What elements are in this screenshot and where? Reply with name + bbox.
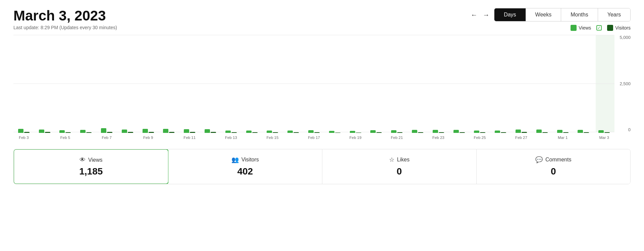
bar-visitors xyxy=(169,132,174,133)
views-legend-label: Views xyxy=(579,25,591,31)
bar-visitors xyxy=(376,132,382,133)
bar-visitors xyxy=(45,132,50,133)
bar-group xyxy=(55,35,76,133)
comments-icon: 💬 xyxy=(535,156,543,163)
bar-visitors xyxy=(584,132,589,133)
bar-visitors xyxy=(273,132,278,133)
bar-views xyxy=(516,130,521,133)
bar-views xyxy=(59,130,65,133)
x-label: Feb 13 xyxy=(221,133,241,142)
bar-visitors xyxy=(480,132,485,133)
y-label-2500: 2,500 xyxy=(620,81,631,86)
stat-header-likes: ☆ Likes xyxy=(389,156,410,163)
tab-weeks[interactable]: Weeks xyxy=(526,8,561,21)
views-value: 1,185 xyxy=(79,166,103,177)
tab-years[interactable]: Years xyxy=(598,8,630,21)
bar-views xyxy=(578,130,583,133)
bar-visitors xyxy=(604,132,610,133)
nav-arrows: ← → xyxy=(469,10,491,19)
x-label xyxy=(324,133,345,142)
bar-views xyxy=(557,130,562,133)
x-label xyxy=(573,133,594,142)
visitors-swatch xyxy=(607,25,613,31)
bar-views xyxy=(225,131,231,133)
bar-visitors xyxy=(522,132,527,133)
bar-visitors xyxy=(335,133,340,133)
bar-views xyxy=(122,130,127,133)
x-label xyxy=(407,133,428,142)
bar-views xyxy=(246,131,252,133)
visitors-checkbox[interactable] xyxy=(596,25,602,31)
bar-visitors xyxy=(356,133,361,133)
x-label: Feb 21 xyxy=(386,133,407,142)
bar-visitors xyxy=(107,132,112,133)
bar-views xyxy=(39,130,44,133)
bar-views xyxy=(453,130,459,133)
next-button[interactable]: → xyxy=(481,10,491,19)
tab-months[interactable]: Months xyxy=(561,8,598,21)
bar-views xyxy=(80,130,86,133)
x-label: Feb 25 xyxy=(470,133,490,142)
x-label: Feb 27 xyxy=(511,133,532,142)
x-label: Feb 19 xyxy=(345,133,366,142)
bar-group xyxy=(573,35,594,133)
x-label xyxy=(366,133,387,142)
stat-card-visitors[interactable]: 👥 Visitors 402 xyxy=(168,149,323,184)
last-update-text: Last update: 8:29 PM (Updates every 30 m… xyxy=(13,25,117,30)
stat-card-likes[interactable]: ☆ Likes 0 xyxy=(322,149,477,184)
x-label: Mar 1 xyxy=(552,133,573,142)
y-label-5000: 5,000 xyxy=(620,35,631,40)
legend-visitors: Visitors xyxy=(607,25,631,31)
stat-header-views: 👁 Views xyxy=(79,156,102,163)
bar-visitors xyxy=(65,132,71,133)
bar-views xyxy=(184,129,189,133)
bar-group xyxy=(159,35,179,133)
bar-visitors xyxy=(439,132,444,133)
bar-group xyxy=(262,35,283,133)
bar-visitors xyxy=(563,132,569,133)
x-label: Feb 7 xyxy=(96,133,117,142)
bar-visitors xyxy=(314,132,320,133)
bar-views xyxy=(143,129,148,133)
visitors-icon: 👥 xyxy=(231,156,239,163)
bar-visitors xyxy=(418,132,423,133)
x-label xyxy=(75,133,96,142)
chart-area: Feb 3Feb 5Feb 7Feb 9Feb 11Feb 13Feb 15Fe… xyxy=(13,35,631,142)
bar-group xyxy=(96,35,117,133)
bar-visitors xyxy=(24,132,30,133)
bar-views xyxy=(18,129,23,133)
stat-card-comments[interactable]: 💬 Comments 0 xyxy=(477,149,631,184)
bar-visitors xyxy=(542,132,548,133)
stat-card-views[interactable]: 👁 Views 1,185 xyxy=(13,149,169,184)
visitors-value: 402 xyxy=(237,166,253,177)
bar-visitors xyxy=(211,132,216,133)
title-block: March 3, 2023 Last update: 8:29 PM (Upda… xyxy=(13,8,117,30)
bar-views xyxy=(329,131,334,133)
bar-views xyxy=(495,131,500,133)
header-row: March 3, 2023 Last update: 8:29 PM (Upda… xyxy=(13,8,631,31)
stat-header-visitors: 👥 Visitors xyxy=(231,156,259,163)
x-label xyxy=(241,133,262,142)
bar-views xyxy=(433,130,438,133)
bar-visitors xyxy=(460,132,465,133)
bar-group xyxy=(366,35,387,133)
bar-visitors xyxy=(293,132,299,133)
bar-group xyxy=(117,35,138,133)
legend: Views Visitors xyxy=(571,25,631,31)
x-label xyxy=(490,133,511,142)
x-label: Feb 23 xyxy=(428,133,449,142)
x-labels: Feb 3Feb 5Feb 7Feb 9Feb 11Feb 13Feb 15Fe… xyxy=(13,133,614,142)
x-label: Feb 9 xyxy=(138,133,159,142)
bar-group xyxy=(241,35,262,133)
x-label xyxy=(34,133,55,142)
bar-group xyxy=(221,35,241,133)
prev-button[interactable]: ← xyxy=(469,10,479,19)
bar-visitors xyxy=(252,132,258,133)
bar-views xyxy=(205,129,210,133)
stat-header-comments: 💬 Comments xyxy=(535,156,571,163)
tab-days[interactable]: Days xyxy=(494,8,526,21)
bar-visitors xyxy=(501,132,506,133)
bar-views xyxy=(101,128,106,133)
bar-group xyxy=(13,35,34,133)
bars-container xyxy=(13,35,614,133)
